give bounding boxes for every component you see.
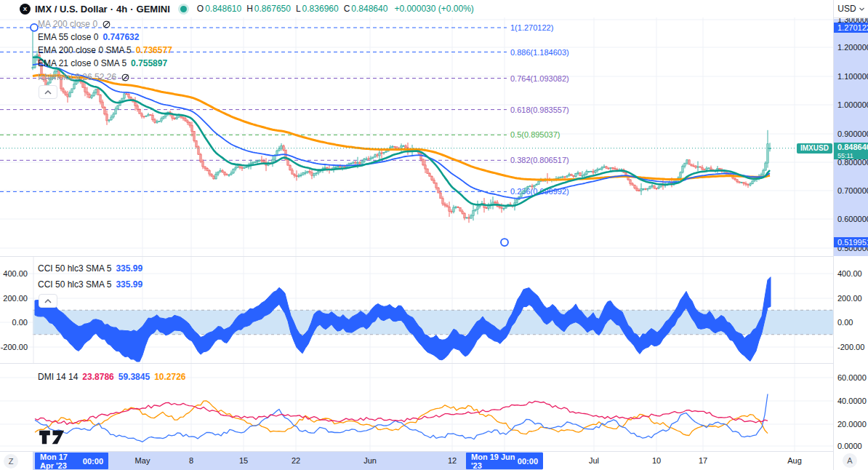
- legend-row-ema55[interactable]: EMA 55 close 0 0.747632: [38, 32, 139, 42]
- collapse-cci-legend-button[interactable]: [39, 294, 57, 308]
- time-range-badge: Mon 19 Jun '2300:00: [466, 453, 543, 469]
- low-label: L: [296, 4, 301, 14]
- separator-dot: ·: [130, 4, 133, 15]
- indicator-title: Ichimoku 9 26 52 26: [38, 72, 116, 82]
- pane-separator[interactable]: [0, 256, 868, 257]
- cci-left-tick: 200.00: [3, 294, 28, 303]
- time-range-badge: Mon 17 Apr '2300:00: [35, 453, 108, 469]
- dmi-tick: 0.0000: [837, 442, 862, 450]
- time-tick: 15: [239, 456, 248, 465]
- fib-level-label: 0.382(0.806517): [510, 156, 569, 164]
- exchange-label[interactable]: GEMINI: [137, 4, 170, 15]
- fib-level-label: 0.5(0.895037): [510, 130, 560, 139]
- dmi-tick: 60.0000: [837, 373, 867, 382]
- price-tick: 0.700000: [837, 186, 868, 195]
- indicator-value: 0.747632: [103, 32, 139, 42]
- ema-line: [33, 57, 770, 205]
- cci-legend-row-2[interactable]: CCI 50 hlc3 SMA 5 335.99: [38, 279, 142, 290]
- indicator-title: CCI 50 hlc3 SMA 5: [38, 279, 111, 290]
- fib-price-badge: 0.519951: [834, 237, 868, 247]
- time-tick: Aug: [787, 456, 802, 465]
- indicator-title: EMA 55 close 0: [38, 32, 98, 42]
- cci-legend-row-1[interactable]: CCI 50 hlc3 SMA 5 335.99: [38, 263, 142, 274]
- legend-row-ichimoku[interactable]: Ichimoku 9 26 52 26: [38, 72, 130, 82]
- high-value: 0.867650: [254, 4, 291, 14]
- collapse-legend-button[interactable]: [39, 85, 57, 99]
- currency-label: USD: [837, 4, 856, 14]
- price-tick: 0.600000: [837, 215, 868, 223]
- auto-scale-button[interactable]: A: [843, 453, 857, 468]
- dmi-minus-di-value: 10.2726: [154, 372, 185, 382]
- dmi-adx-value: 23.8786: [82, 372, 113, 382]
- indicator-value: 335.99: [116, 279, 142, 290]
- market-status-icon[interactable]: [180, 6, 187, 12]
- time-tick: 10: [652, 456, 661, 465]
- cci-tick: 400.00: [837, 269, 862, 278]
- timezone-button[interactable]: Z: [4, 454, 18, 469]
- tradingview-logo[interactable]: [38, 429, 76, 448]
- time-tick: Jun: [363, 456, 377, 465]
- eye-off-icon[interactable]: [121, 73, 130, 82]
- time-tick: 17: [699, 456, 707, 465]
- separator-dot: ·: [110, 4, 113, 15]
- indicator-title: EMA 200 close 0 SMA 5: [38, 45, 132, 55]
- price-scale-border: [833, 0, 834, 470]
- symbol-logo: X: [20, 4, 31, 15]
- time-tick: 22: [292, 456, 300, 465]
- ema-line: [33, 75, 770, 180]
- fib-anchor-handle[interactable]: [501, 239, 508, 246]
- indicator-title: EMA 21 close 0 SMA 5: [38, 58, 126, 68]
- indicator-title: CCI 50 hlc3 SMA 5: [38, 263, 111, 274]
- price-tick: 1.100000: [837, 72, 868, 81]
- time-scale[interactable]: May81522Jun12Jul1017AugMon 17 Apr '2300:…: [0, 451, 833, 470]
- chart-header: X IMX / U.S. Dollar · 4h · GEMINI O0.848…: [0, 0, 833, 17]
- open-label: O: [197, 4, 204, 14]
- open-value: 0.848610: [205, 4, 241, 14]
- currency-dropdown[interactable]: USD: [834, 0, 868, 18]
- pane-separator[interactable]: [0, 363, 868, 364]
- price-tick: 1.000000: [837, 100, 868, 109]
- last-price-label: 0.84864055:11: [834, 143, 868, 159]
- close-value: 0.848640: [351, 4, 387, 14]
- legend-row-ema200[interactable]: EMA 200 close 0 SMA 5 0.736577: [38, 45, 172, 55]
- cci-left-tick: 400.00: [3, 269, 28, 278]
- time-tick: May: [135, 456, 150, 465]
- fib-anchor-handle[interactable]: [31, 24, 38, 31]
- legend-row-ema21[interactable]: EMA 21 close 0 SMA 5 0.755897: [38, 58, 167, 68]
- chevron-down-icon: [859, 7, 864, 11]
- symbol-title[interactable]: IMX / U.S. Dollar: [35, 4, 108, 15]
- dmi-tick: 40.0000: [837, 397, 867, 405]
- price-tick: 1.200000: [837, 43, 868, 52]
- price-line-symbol-tag: IMXUSD: [797, 143, 832, 154]
- price-scale[interactable]: USD 1.3000001.2000001.1000001.0000000.90…: [834, 0, 868, 470]
- indicator-title: MA 200 close 0: [38, 19, 97, 29]
- high-label: H: [246, 4, 253, 14]
- dmi-legend-row[interactable]: DMI 14 14 23.8786 59.3845 10.2726: [38, 372, 186, 382]
- dmi-tick: 20.0000: [837, 420, 867, 429]
- fib-price-badge: 1.270122: [834, 23, 868, 33]
- fib-level-label: 1(1.270122): [510, 23, 553, 32]
- interval-button[interactable]: 4h: [116, 4, 127, 15]
- indicator-title: DMI 14 14: [38, 372, 78, 382]
- cci-tick: 0.00: [837, 318, 853, 327]
- indicator-value: 0.736577: [136, 45, 172, 55]
- fib-level-label: 0.886(1.184603): [510, 48, 569, 57]
- dmi-plus-di-value: 59.3845: [118, 372, 150, 382]
- dmi-minus-di-line: [35, 401, 768, 436]
- low-value: 0.836960: [302, 4, 339, 14]
- cci-left-tick: -200.00: [1, 343, 28, 351]
- legend-row-ma200[interactable]: MA 200 close 0: [38, 19, 111, 29]
- dmi-adx-line: [35, 401, 768, 424]
- indicator-value: 335.99: [116, 263, 142, 274]
- price-tick: 0.900000: [837, 130, 868, 138]
- eye-off-icon[interactable]: [102, 20, 111, 29]
- indicator-value: 0.755897: [131, 58, 167, 68]
- cci-tick: 200.00: [837, 294, 862, 303]
- fib-level-label: 0.618(0.983557): [510, 105, 569, 114]
- time-tick: 12: [448, 456, 457, 465]
- time-tick: Jul: [589, 456, 599, 465]
- fib-level-label: 0.764(1.093082): [510, 74, 569, 83]
- time-tick: 8: [189, 456, 193, 465]
- cci-tick: -200.00: [837, 343, 864, 351]
- change-value: +0.000030 (+0.00%): [394, 4, 473, 14]
